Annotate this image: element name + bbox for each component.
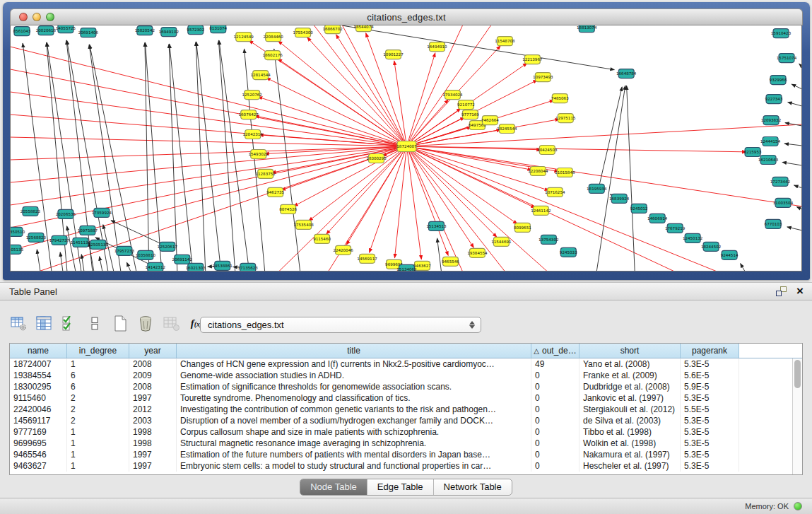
graph-node[interactable]: 16839924 <box>609 194 630 203</box>
graph-node[interactable]: 11548708 <box>495 37 515 46</box>
graph-node[interactable]: 10975887 <box>78 226 98 235</box>
tab-edge-table[interactable]: Edge Table <box>367 479 434 495</box>
graph-node[interactable]: 16949102 <box>159 28 179 37</box>
graph-node[interactable]: 9245012 <box>630 204 648 213</box>
graph-node[interactable]: 8099651 <box>514 223 531 232</box>
network-canvas[interactable]: 1212454918602176128145441252076216076427… <box>10 25 802 271</box>
graph-node[interactable]: 9244514 <box>721 250 739 259</box>
graph-node[interactable]: 20206535 <box>56 209 76 218</box>
graph-node[interactable]: 15134513 <box>426 221 447 230</box>
graph-node[interactable]: 18813074 <box>577 25 597 33</box>
graph-node[interactable]: 12042314 <box>242 130 263 139</box>
hub-node[interactable]: 18724007 <box>396 141 417 152</box>
table-row[interactable]: 946554611997Estimation of the future num… <box>10 449 802 460</box>
graph-node[interactable]: 18350510 <box>11 227 25 236</box>
graph-node[interactable]: 12520762 <box>242 90 261 100</box>
graph-node[interactable]: 12213967 <box>522 55 543 64</box>
table-row[interactable]: 911546021997Tourette syndrome. Phenomeno… <box>10 392 802 404</box>
graph-node[interactable]: 8131074 <box>209 25 227 33</box>
graph-node[interactable]: 8561043 <box>13 27 31 36</box>
table-row[interactable]: 1830029562008Estimation of significance … <box>10 381 802 392</box>
graph-node[interactable]: 12208044 <box>528 166 548 175</box>
graph-node[interactable]: 18195934 <box>587 184 607 193</box>
column-header-in_degree[interactable]: in_degree <box>67 344 129 358</box>
table-row[interactable]: 1938455462009Genome-wide association stu… <box>10 370 802 381</box>
graph-node[interactable]: 10716254 <box>545 187 565 197</box>
table-row[interactable]: 977716911998Corpus callosum shape and si… <box>10 426 802 438</box>
graph-node[interactable]: 14538861 <box>213 261 233 270</box>
graph-node[interactable]: 12124549 <box>234 33 254 42</box>
graph-node[interactable]: 9462735 <box>266 187 284 197</box>
graph-node[interactable]: 18544074 <box>353 25 374 32</box>
graph-node[interactable]: 14055725 <box>56 25 76 33</box>
graph-node[interactable]: 12814544 <box>250 71 271 80</box>
graph-node[interactable]: 17535408 <box>293 220 314 229</box>
graph-node[interactable]: 12444154 <box>760 137 781 146</box>
graph-node[interactable]: 11283752 <box>255 169 275 178</box>
graph-node[interactable]: 16210643 <box>758 155 779 164</box>
graph-node[interactable]: 12568823 <box>26 233 47 242</box>
graph-node[interactable]: 20691142 <box>172 255 192 264</box>
graph-node[interactable]: 17957233 <box>114 246 135 255</box>
graph-node[interactable]: 18300295 <box>366 153 387 163</box>
table-mode-icon[interactable] <box>10 315 27 332</box>
graph-node[interactable]: 9329966 <box>770 76 787 85</box>
delete-table-icon[interactable] <box>137 315 154 332</box>
graph-node[interactable]: 9572302 <box>187 25 204 35</box>
graph-node[interactable]: 15905135 <box>11 245 24 254</box>
table-row[interactable]: 1456911722003Disruption of a novel membe… <box>10 415 802 426</box>
graph-node[interactable]: 10358810 <box>136 250 156 259</box>
graph-node[interactable]: 9465546 <box>442 257 459 266</box>
graph-node[interactable]: 9245033 <box>560 247 577 257</box>
graph-node[interactable]: 19384554 <box>467 248 488 257</box>
graph-node[interactable]: 15134062 <box>396 264 416 271</box>
graph-node[interactable]: 15751074 <box>777 54 797 63</box>
memory-ok-indicator[interactable] <box>794 502 802 510</box>
graph-node[interactable]: 8215953 <box>744 148 762 157</box>
graph-node[interactable]: 22420046 <box>333 245 353 255</box>
graph-node[interactable]: 9777169 <box>461 110 479 119</box>
citation-network-graph[interactable]: 1212454918602176128145441252076216076427… <box>11 25 802 271</box>
graph-node[interactable]: 14606914 <box>647 214 668 223</box>
graph-node[interactable]: 20020618 <box>36 26 57 35</box>
graph-node[interactable]: 20691406 <box>78 28 99 37</box>
graph-node[interactable]: 17135623 <box>237 263 258 271</box>
graph-node[interactable]: 7462664 <box>481 116 499 125</box>
graph-node[interactable]: 12450132 <box>683 233 702 243</box>
graph-node[interactable]: 16648784 <box>616 69 637 78</box>
graph-node[interactable]: 14142312 <box>146 262 165 271</box>
table-row[interactable]: 969969511998Structural magnetic resonanc… <box>10 438 802 449</box>
graph-node[interactable]: 17942737 <box>49 235 70 245</box>
graph-node[interactable]: 16076427 <box>238 110 259 119</box>
column-visibility-icon[interactable] <box>35 315 52 332</box>
graph-node[interactable]: 10973493 <box>533 73 553 82</box>
graph-node[interactable]: 17273442 <box>770 177 790 186</box>
graph-node[interactable]: 16866702 <box>322 25 342 34</box>
new-table-icon[interactable] <box>112 315 129 332</box>
graph-node[interactable]: 17359924 <box>92 208 112 217</box>
column-header-year[interactable]: year <box>129 344 177 358</box>
scrollbar-thumb[interactable] <box>794 360 801 388</box>
table-row[interactable]: 2242004622012Investigating the contribut… <box>10 404 802 415</box>
graph-node[interactable]: 22084460 <box>263 33 283 42</box>
graph-node[interactable]: 6770103 <box>765 219 782 228</box>
column-header-name[interactable]: name <box>10 344 67 358</box>
graph-node[interactable]: 9115460 <box>313 234 331 243</box>
graph-node[interactable]: 12093832 <box>761 116 781 125</box>
graph-node[interactable]: 18245544 <box>497 124 517 134</box>
graph-node[interactable]: 17679219 <box>665 223 686 233</box>
tab-node-table[interactable]: Node Table <box>300 479 367 495</box>
graph-node[interactable]: 10424503 <box>537 146 558 155</box>
column-header-out_de[interactable]: △out_de… <box>531 344 579 358</box>
graph-node[interactable]: 11544691 <box>491 237 512 246</box>
graph-node[interactable]: 7485063 <box>551 94 569 103</box>
graph-node[interactable]: 14569117 <box>357 254 377 263</box>
graph-node[interactable]: 9227343 <box>765 95 783 104</box>
close-panel-icon[interactable]: × <box>796 286 804 296</box>
table-row[interactable]: 1872400712008Changes of HCN gene express… <box>10 358 802 370</box>
float-panel-icon[interactable] <box>776 286 787 296</box>
graph-node[interactable]: 12520617 <box>158 242 178 251</box>
graph-node[interactable]: 12975115 <box>555 114 576 123</box>
graph-node[interactable]: 17554300 <box>293 28 313 37</box>
graph-node[interactable]: 13754302 <box>539 235 558 244</box>
